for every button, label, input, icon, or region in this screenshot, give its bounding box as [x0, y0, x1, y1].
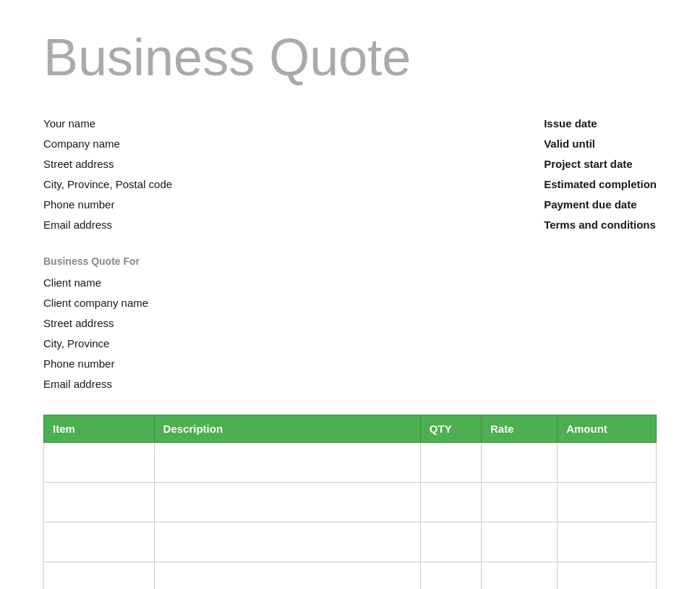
- table-cell-amount-3: [558, 562, 657, 589]
- right-info: Issue date Valid until Project start dat…: [544, 115, 657, 234]
- email-address-label: Email address: [43, 216, 172, 234]
- city-province-postal-label: City, Province, Postal code: [43, 176, 172, 193]
- col-qty-header: QTY: [420, 415, 481, 443]
- table-cell-description-2: [154, 522, 420, 562]
- table-cell-amount-1: [558, 483, 657, 522]
- client-city-province-label: City, Province: [43, 335, 657, 352]
- table-cell-qty-0: [420, 443, 481, 483]
- client-email-address-label: Email address: [43, 376, 657, 393]
- street-address-label: Street address: [43, 156, 172, 173]
- client-name-label: Client name: [43, 274, 657, 292]
- client-section: Business Quote For Client name Client co…: [43, 255, 657, 393]
- table-cell-item-3: [44, 562, 155, 589]
- table-header-row: Item Description QTY Rate Amount: [44, 415, 657, 443]
- client-street-address-label: Street address: [43, 315, 657, 332]
- left-info: Your name Company name Street address Ci…: [43, 115, 172, 234]
- table-row: [44, 562, 657, 589]
- table-cell-rate-3: [481, 562, 557, 589]
- section-label: Business Quote For: [43, 255, 657, 267]
- issue-date-label: Issue date: [544, 115, 657, 132]
- table-cell-item-0: [44, 443, 155, 483]
- col-amount-header: Amount: [558, 415, 657, 443]
- company-name-label: Company name: [43, 135, 172, 153]
- table-cell-item-1: [44, 483, 155, 522]
- page-title: Business Quote: [43, 29, 657, 86]
- table-row: [44, 443, 657, 483]
- table-row: [44, 522, 657, 562]
- table-cell-qty-1: [420, 483, 481, 522]
- terms-and-conditions-label: Terms and conditions: [544, 216, 657, 234]
- col-item-header: Item: [44, 415, 155, 443]
- col-desc-header: Description: [154, 415, 420, 443]
- table-cell-rate-1: [481, 483, 557, 522]
- estimated-completion-label: Estimated completion: [544, 176, 657, 193]
- table-cell-qty-2: [420, 522, 481, 562]
- table-cell-rate-2: [481, 522, 557, 562]
- col-rate-header: Rate: [481, 415, 557, 443]
- client-phone-number-label: Phone number: [43, 355, 657, 373]
- table-cell-rate-0: [481, 443, 557, 483]
- header-section: Your name Company name Street address Ci…: [43, 115, 657, 234]
- client-company-name-label: Client company name: [43, 294, 657, 312]
- project-start-date-label: Project start date: [544, 156, 657, 173]
- payment-due-date-label: Payment due date: [544, 196, 657, 213]
- table-cell-amount-2: [558, 522, 657, 562]
- phone-number-label: Phone number: [43, 196, 172, 213]
- table-cell-qty-3: [420, 562, 481, 589]
- client-info: Client name Client company name Street a…: [43, 274, 657, 393]
- table-cell-amount-0: [558, 443, 657, 483]
- table-cell-item-2: [44, 522, 155, 562]
- your-name-label: Your name: [43, 115, 172, 132]
- table-cell-description-3: [154, 562, 420, 589]
- valid-until-label: Valid until: [544, 135, 657, 153]
- table-cell-description-1: [154, 483, 420, 522]
- table-cell-description-0: [154, 443, 420, 483]
- quote-table: Item Description QTY Rate Amount: [43, 415, 657, 589]
- table-row: [44, 483, 657, 522]
